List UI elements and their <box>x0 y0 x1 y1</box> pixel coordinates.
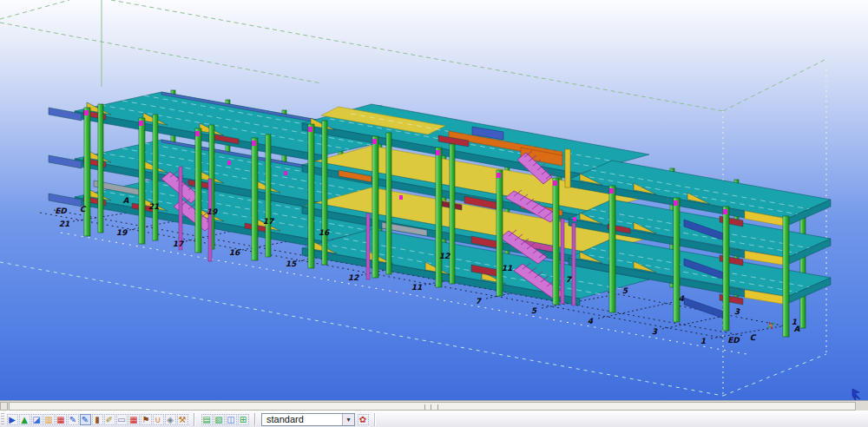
grid-label-1: 1 <box>700 337 706 345</box>
pointer-icon[interactable]: ▶ <box>7 414 18 425</box>
grid-label-17: 17 <box>173 240 185 248</box>
binder-icon[interactable]: ▥ <box>43 414 55 425</box>
bottom-toolbar: ▶▲◪▥▦✎✎▮✐▭▦⚑∪◈⚒ ▤▧◫⊞ standard ▾ ✿ <box>0 411 868 427</box>
scrollbar-thumb[interactable] <box>9 402 856 411</box>
new-view-icon[interactable]: ▤ <box>201 414 213 425</box>
flag-icon[interactable]: ⚑ <box>141 414 152 425</box>
grid-label-15: 15 <box>286 259 297 268</box>
toolbar-main-icons: ▶▲◪▥▦✎✎▮✐▭▦⚑∪◈⚒ <box>6 414 188 425</box>
scrollbar-grip <box>424 404 438 410</box>
pencil-icon[interactable]: ✐ <box>104 414 115 425</box>
grid-label-4: 4 <box>588 317 594 325</box>
component-grid-icon[interactable]: ▦ <box>56 414 67 425</box>
model-viewport[interactable]: 211917161512117543121191716121175431ACED… <box>0 0 868 400</box>
grid-label-11: 11 <box>411 283 423 292</box>
toolbar-secondary-icons: ▤▧◫⊞ <box>201 414 249 425</box>
grid-label-ED: ED <box>55 207 68 215</box>
snap-icon[interactable]: ◫ <box>226 414 237 425</box>
grid-label-12: 12 <box>348 273 359 282</box>
select-filter-icon[interactable]: ▧ <box>214 414 225 425</box>
grid-label-21: 21 <box>59 220 70 228</box>
grid-label-4: 4 <box>679 294 685 303</box>
pen-icon[interactable]: ✎ <box>68 414 79 425</box>
document-icon[interactable]: ▭ <box>116 414 128 425</box>
grid-label-5: 5 <box>622 286 628 295</box>
grid-label-ED: ED <box>727 336 740 345</box>
pen-select-icon[interactable]: ✎ <box>80 414 91 425</box>
combobox-dropdown-arrow[interactable]: ▾ <box>342 414 354 425</box>
toolbar-separator-2 <box>254 413 256 426</box>
grid-label-19: 19 <box>207 207 218 216</box>
view-selector-value: standard <box>262 414 342 424</box>
grid-label-21: 21 <box>148 202 160 211</box>
grid-label-3: 3 <box>652 327 658 336</box>
grid-label-19: 19 <box>116 228 128 237</box>
toolbar-grip[interactable] <box>1 413 4 426</box>
page-flip-icon[interactable]: ◪ <box>31 414 43 425</box>
horizontal-scrollbar[interactable] <box>0 400 868 411</box>
grid-label-12: 12 <box>439 252 450 260</box>
grid-label-5: 5 <box>531 306 537 315</box>
toolbar-options-icons: ✿ <box>357 414 369 425</box>
grid-red-icon[interactable]: ▦ <box>128 414 140 425</box>
view-selector-combobox[interactable]: standard ▾ <box>261 413 355 426</box>
options-flower-icon[interactable]: ✿ <box>358 414 369 425</box>
camera-icon[interactable]: ◈ <box>165 414 176 425</box>
scrollbar-left-box[interactable] <box>0 402 8 411</box>
hammer-icon[interactable]: ⚒ <box>177 414 188 425</box>
toolbar-end-divider <box>374 413 376 426</box>
snap-plus-icon[interactable]: ⊞ <box>238 414 249 425</box>
model-canvas[interactable]: 211917161512117543121191716121175431ACED… <box>0 0 868 400</box>
grid-label-A: A <box>794 325 800 333</box>
toolbar-separator <box>194 413 195 426</box>
cone-icon[interactable]: ▲ <box>19 414 30 425</box>
grid-label-17: 17 <box>263 217 275 226</box>
magnet-icon[interactable]: ∪ <box>153 414 164 425</box>
grid-label-16: 16 <box>229 248 240 257</box>
grid-label-A: A <box>123 196 129 205</box>
grid-label-11: 11 <box>502 264 513 273</box>
bolt-icon[interactable]: ▮ <box>92 414 103 425</box>
grid-label-16: 16 <box>319 228 330 237</box>
application-window: 211917161512117543121191716121175431ACED… <box>0 0 868 427</box>
grid-label-3: 3 <box>734 307 740 316</box>
